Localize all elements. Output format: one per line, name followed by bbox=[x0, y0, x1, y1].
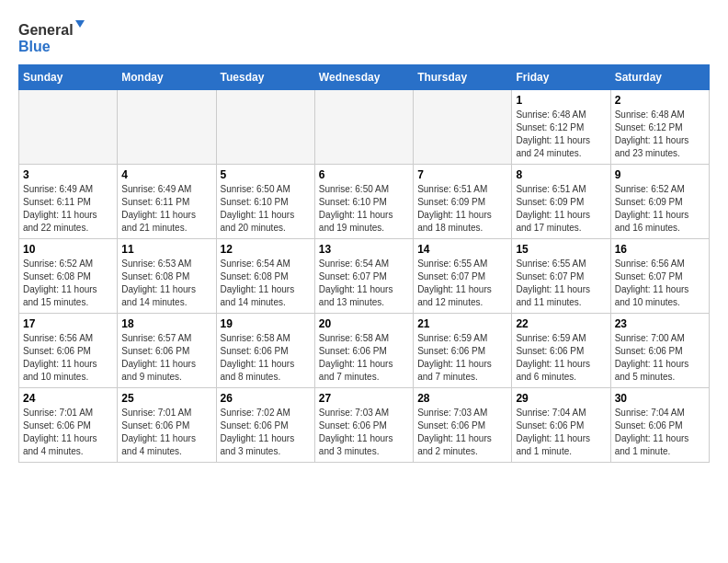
svg-text:Blue: Blue bbox=[18, 39, 51, 54]
calendar-day-cell: 11Sunrise: 6:53 AMSunset: 6:08 PMDayligh… bbox=[118, 239, 216, 314]
day-number: 9 bbox=[615, 168, 705, 181]
calendar-table: SundayMondayTuesdayWednesdayThursdayFrid… bbox=[18, 64, 710, 463]
day-number: 30 bbox=[615, 392, 705, 405]
day-info: Sunrise: 6:48 AMSunset: 6:12 PMDaylight:… bbox=[615, 109, 705, 160]
day-info: Sunrise: 6:49 AMSunset: 6:11 PMDaylight:… bbox=[23, 183, 113, 235]
day-number: 20 bbox=[319, 317, 409, 330]
calendar-day-cell bbox=[19, 90, 118, 165]
calendar-day-cell: 5Sunrise: 6:50 AMSunset: 6:10 PMDaylight… bbox=[216, 165, 314, 239]
calendar-day-cell bbox=[414, 90, 512, 165]
calendar-day-cell: 24Sunrise: 7:01 AMSunset: 6:06 PMDayligh… bbox=[19, 388, 118, 463]
calendar-day-cell: 6Sunrise: 6:50 AMSunset: 6:10 PMDaylight… bbox=[314, 165, 413, 239]
day-info: Sunrise: 7:01 AMSunset: 6:06 PMDaylight:… bbox=[23, 407, 113, 458]
day-info: Sunrise: 6:52 AMSunset: 6:08 PMDaylight:… bbox=[23, 258, 113, 309]
calendar-day-cell bbox=[216, 90, 314, 165]
weekday-header: Sunday bbox=[19, 65, 118, 90]
day-info: Sunrise: 6:50 AMSunset: 6:10 PMDaylight:… bbox=[221, 183, 311, 235]
calendar-body: 1Sunrise: 6:48 AMSunset: 6:12 PMDaylight… bbox=[19, 90, 710, 463]
calendar-day-cell: 16Sunrise: 6:56 AMSunset: 6:07 PMDayligh… bbox=[610, 239, 709, 314]
day-number: 3 bbox=[23, 168, 113, 181]
day-info: Sunrise: 7:04 AMSunset: 6:06 PMDaylight:… bbox=[615, 407, 705, 458]
page-header: GeneralBlue bbox=[18, 18, 710, 55]
calendar-day-cell: 25Sunrise: 7:01 AMSunset: 6:06 PMDayligh… bbox=[118, 388, 216, 463]
calendar-week-row: 17Sunrise: 6:56 AMSunset: 6:06 PMDayligh… bbox=[19, 314, 710, 388]
day-number: 26 bbox=[221, 392, 311, 405]
weekday-header: Wednesday bbox=[314, 65, 413, 90]
day-number: 12 bbox=[221, 243, 311, 256]
calendar-day-cell: 10Sunrise: 6:52 AMSunset: 6:08 PMDayligh… bbox=[19, 239, 118, 314]
day-info: Sunrise: 7:02 AMSunset: 6:06 PMDaylight:… bbox=[221, 407, 311, 458]
day-info: Sunrise: 6:56 AMSunset: 6:06 PMDaylight:… bbox=[23, 332, 113, 384]
calendar-day-cell: 12Sunrise: 6:54 AMSunset: 6:08 PMDayligh… bbox=[216, 239, 314, 314]
calendar-day-cell: 23Sunrise: 7:00 AMSunset: 6:06 PMDayligh… bbox=[610, 314, 709, 388]
day-number: 24 bbox=[23, 392, 113, 405]
day-info: Sunrise: 6:55 AMSunset: 6:07 PMDaylight:… bbox=[417, 258, 507, 309]
weekday-header: Saturday bbox=[610, 65, 709, 90]
day-info: Sunrise: 6:49 AMSunset: 6:11 PMDaylight:… bbox=[121, 183, 211, 235]
day-info: Sunrise: 6:56 AMSunset: 6:07 PMDaylight:… bbox=[615, 258, 705, 309]
calendar-day-cell: 28Sunrise: 7:03 AMSunset: 6:06 PMDayligh… bbox=[414, 388, 512, 463]
day-number: 28 bbox=[417, 392, 507, 405]
calendar-day-cell: 27Sunrise: 7:03 AMSunset: 6:06 PMDayligh… bbox=[314, 388, 413, 463]
calendar-day-cell: 7Sunrise: 6:51 AMSunset: 6:09 PMDaylight… bbox=[414, 165, 512, 239]
calendar-day-cell: 29Sunrise: 7:04 AMSunset: 6:06 PMDayligh… bbox=[512, 388, 610, 463]
logo: GeneralBlue bbox=[18, 18, 92, 55]
day-number: 4 bbox=[121, 168, 211, 181]
weekday-header: Friday bbox=[512, 65, 610, 90]
day-number: 6 bbox=[319, 168, 409, 181]
calendar-day-cell: 20Sunrise: 6:58 AMSunset: 6:06 PMDayligh… bbox=[314, 314, 413, 388]
day-info: Sunrise: 7:03 AMSunset: 6:06 PMDaylight:… bbox=[417, 407, 507, 458]
calendar-day-cell: 2Sunrise: 6:48 AMSunset: 6:12 PMDaylight… bbox=[610, 90, 709, 165]
calendar-day-cell: 3Sunrise: 6:49 AMSunset: 6:11 PMDaylight… bbox=[19, 165, 118, 239]
day-info: Sunrise: 6:54 AMSunset: 6:07 PMDaylight:… bbox=[319, 258, 409, 309]
day-number: 22 bbox=[516, 317, 606, 330]
calendar-day-cell: 18Sunrise: 6:57 AMSunset: 6:06 PMDayligh… bbox=[118, 314, 216, 388]
calendar-day-cell: 17Sunrise: 6:56 AMSunset: 6:06 PMDayligh… bbox=[19, 314, 118, 388]
day-number: 1 bbox=[516, 94, 606, 107]
day-info: Sunrise: 6:55 AMSunset: 6:07 PMDaylight:… bbox=[516, 258, 606, 309]
day-number: 23 bbox=[615, 317, 705, 330]
day-info: Sunrise: 6:59 AMSunset: 6:06 PMDaylight:… bbox=[516, 332, 606, 384]
day-number: 2 bbox=[615, 94, 705, 107]
day-info: Sunrise: 6:58 AMSunset: 6:06 PMDaylight:… bbox=[319, 332, 409, 384]
svg-marker-2 bbox=[75, 20, 85, 28]
calendar-week-row: 24Sunrise: 7:01 AMSunset: 6:06 PMDayligh… bbox=[19, 388, 710, 463]
day-number: 29 bbox=[516, 392, 606, 405]
day-info: Sunrise: 6:58 AMSunset: 6:06 PMDaylight:… bbox=[221, 332, 311, 384]
calendar-day-cell bbox=[118, 90, 216, 165]
day-info: Sunrise: 6:54 AMSunset: 6:08 PMDaylight:… bbox=[221, 258, 311, 309]
day-info: Sunrise: 6:52 AMSunset: 6:09 PMDaylight:… bbox=[615, 183, 705, 235]
day-info: Sunrise: 6:51 AMSunset: 6:09 PMDaylight:… bbox=[516, 183, 606, 235]
calendar-day-cell: 4Sunrise: 6:49 AMSunset: 6:11 PMDaylight… bbox=[118, 165, 216, 239]
calendar-day-cell: 21Sunrise: 6:59 AMSunset: 6:06 PMDayligh… bbox=[414, 314, 512, 388]
weekday-header: Tuesday bbox=[216, 65, 314, 90]
day-number: 5 bbox=[221, 168, 311, 181]
calendar-week-row: 10Sunrise: 6:52 AMSunset: 6:08 PMDayligh… bbox=[19, 239, 710, 314]
svg-text:General: General bbox=[18, 22, 74, 38]
day-number: 17 bbox=[23, 317, 113, 330]
calendar-day-cell: 14Sunrise: 6:55 AMSunset: 6:07 PMDayligh… bbox=[414, 239, 512, 314]
day-number: 13 bbox=[319, 243, 409, 256]
day-info: Sunrise: 7:00 AMSunset: 6:06 PMDaylight:… bbox=[615, 332, 705, 384]
day-number: 11 bbox=[121, 243, 211, 256]
calendar-day-cell: 30Sunrise: 7:04 AMSunset: 6:06 PMDayligh… bbox=[610, 388, 709, 463]
weekday-header: Thursday bbox=[414, 65, 512, 90]
weekday-row: SundayMondayTuesdayWednesdayThursdayFrid… bbox=[19, 65, 710, 90]
calendar-day-cell: 8Sunrise: 6:51 AMSunset: 6:09 PMDaylight… bbox=[512, 165, 610, 239]
day-number: 10 bbox=[23, 243, 113, 256]
calendar-day-cell: 22Sunrise: 6:59 AMSunset: 6:06 PMDayligh… bbox=[512, 314, 610, 388]
day-number: 18 bbox=[121, 317, 211, 330]
logo-icon: GeneralBlue bbox=[18, 18, 92, 55]
day-info: Sunrise: 7:04 AMSunset: 6:06 PMDaylight:… bbox=[516, 407, 606, 458]
calendar-day-cell: 1Sunrise: 6:48 AMSunset: 6:12 PMDaylight… bbox=[512, 90, 610, 165]
day-number: 16 bbox=[615, 243, 705, 256]
day-info: Sunrise: 6:59 AMSunset: 6:06 PMDaylight:… bbox=[417, 332, 507, 384]
day-number: 25 bbox=[121, 392, 211, 405]
calendar-day-cell: 13Sunrise: 6:54 AMSunset: 6:07 PMDayligh… bbox=[314, 239, 413, 314]
calendar-week-row: 1Sunrise: 6:48 AMSunset: 6:12 PMDaylight… bbox=[19, 90, 710, 165]
day-info: Sunrise: 6:53 AMSunset: 6:08 PMDaylight:… bbox=[121, 258, 211, 309]
day-number: 19 bbox=[221, 317, 311, 330]
calendar-day-cell bbox=[314, 90, 413, 165]
day-number: 21 bbox=[417, 317, 507, 330]
weekday-header: Monday bbox=[118, 65, 216, 90]
